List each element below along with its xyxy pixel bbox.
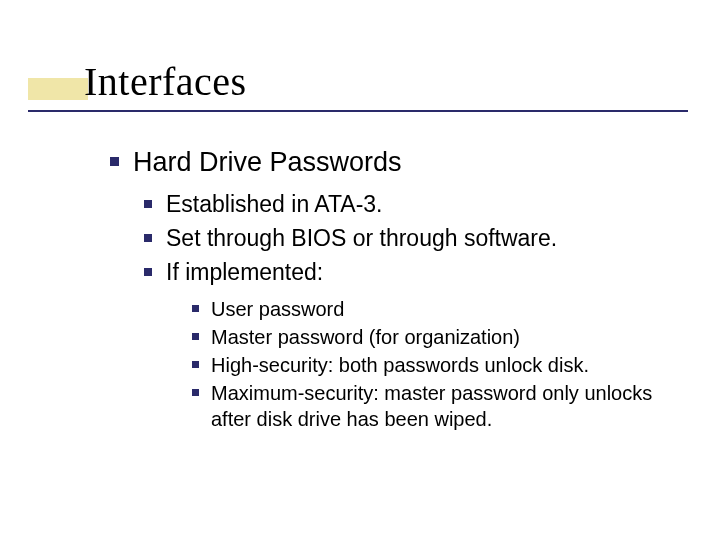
bullet-text: User password <box>211 296 690 322</box>
bullet-text: Hard Drive Passwords <box>133 145 690 180</box>
bullet-text: Set through BIOS or through software. <box>166 224 690 254</box>
square-bullet-icon <box>110 157 119 166</box>
level3-group: User password Master password (for organ… <box>110 296 690 432</box>
bullet-text: Established in ATA-3. <box>166 190 690 220</box>
title-underline <box>28 110 688 112</box>
slide-content: Hard Drive Passwords Established in ATA-… <box>110 145 690 434</box>
bullet-level3: High-security: both passwords unlock dis… <box>192 352 690 378</box>
bullet-level3: Maximum-security: master password only u… <box>192 380 690 432</box>
square-bullet-icon <box>192 305 199 312</box>
bullet-level2: Established in ATA-3. <box>144 190 690 220</box>
square-bullet-icon <box>192 389 199 396</box>
bullet-text: Master password (for organization) <box>211 324 690 350</box>
bullet-level2: If implemented: <box>144 258 690 288</box>
bullet-text: High-security: both passwords unlock dis… <box>211 352 690 378</box>
level2-group: Established in ATA-3. Set through BIOS o… <box>110 190 690 288</box>
bullet-text: Maximum-security: master password only u… <box>211 380 690 432</box>
bullet-level3: Master password (for organization) <box>192 324 690 350</box>
bullet-text: If implemented: <box>166 258 690 288</box>
bullet-level2: Set through BIOS or through software. <box>144 224 690 254</box>
title-area: Interfaces <box>28 58 247 105</box>
bullet-level3: User password <box>192 296 690 322</box>
square-bullet-icon <box>192 361 199 368</box>
square-bullet-icon <box>144 200 152 208</box>
square-bullet-icon <box>144 268 152 276</box>
slide: Interfaces Hard Drive Passwords Establis… <box>0 0 720 540</box>
slide-title: Interfaces <box>28 58 247 105</box>
bullet-level1: Hard Drive Passwords <box>110 145 690 180</box>
square-bullet-icon <box>192 333 199 340</box>
square-bullet-icon <box>144 234 152 242</box>
